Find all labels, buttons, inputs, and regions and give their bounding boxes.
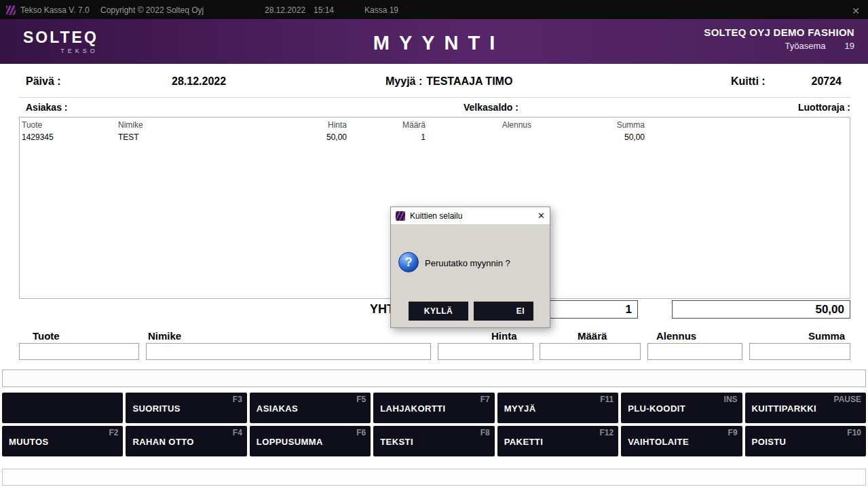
col-header-nimike: Nimike <box>116 119 252 131</box>
date-value: 28.12.2022 <box>172 75 226 88</box>
fk-blank <box>2 393 123 423</box>
summa-input[interactable] <box>749 343 850 360</box>
fk-key: F4 <box>233 428 242 437</box>
fk-label: LOPPUSUMMA <box>257 436 323 446</box>
fk-key: PAUSE <box>834 395 861 404</box>
store-info: SOLTEQ OYJ DEMO FASHION Työasema19 <box>704 26 854 51</box>
cell-summa: 50,00 <box>533 131 647 143</box>
fk-key: F2 <box>109 428 118 437</box>
titlebar-time: 15:14 <box>314 5 334 15</box>
cell-tuote: 1429345 <box>20 131 116 143</box>
fk-suoritus[interactable]: SUORITUS F3 <box>126 393 246 423</box>
col-header-filler <box>647 119 850 131</box>
seller-value: TESTAAJA TIMO <box>426 75 512 87</box>
customer-label: Asiakas : <box>26 102 67 113</box>
close-icon[interactable]: ✕ <box>852 5 860 16</box>
fk-label: PLU-KOODIT <box>628 403 685 413</box>
cell-maara: 1 <box>349 131 428 143</box>
nimike-input[interactable] <box>146 343 431 360</box>
fk-label: TEKSTI <box>380 436 413 446</box>
header-bar: SOLTEQ TEKSO MYYNTI SOLTEQ OYJ DEMO FASH… <box>0 19 868 64</box>
receipt-label: Kuitti : <box>731 75 766 88</box>
fk-asiakas[interactable]: ASIAKAS F5 <box>250 393 371 423</box>
fk-teksti[interactable]: TEKSTI F8 <box>373 426 494 456</box>
fk-key: F8 <box>480 428 490 437</box>
hinta-input[interactable] <box>438 343 533 360</box>
fk-key: F10 <box>847 428 861 437</box>
store-name: SOLTEQ OYJ DEMO FASHION <box>704 26 854 38</box>
fk-muutos[interactable]: MUUTOS F2 <box>2 426 123 456</box>
cell-alennus <box>428 131 533 143</box>
fk-label: RAHAN OTTO <box>132 436 193 446</box>
balance-label: Velkasaldo : <box>464 102 518 113</box>
fk-paketti[interactable]: PAKETTI F12 <box>497 426 618 456</box>
workstation-label: Työasema <box>785 41 826 51</box>
titlebar-date: 28.12.2022 <box>265 5 305 15</box>
fk-plu-koodit[interactable]: PLU-KOODIT INS <box>621 393 742 423</box>
entry-label-tuote: Tuote <box>33 330 60 342</box>
fk-key: F12 <box>599 428 614 437</box>
alennus-input[interactable] <box>647 343 742 360</box>
info-divider <box>19 97 850 98</box>
fk-myyja[interactable]: MYYJÄ F11 <box>497 393 618 423</box>
fk-kuittiparkki[interactable]: KUITTIPARKKI PAUSE <box>745 393 866 423</box>
maara-input[interactable] <box>540 343 641 360</box>
receipt-number: 20724 <box>812 75 842 88</box>
window-titlebar: Tekso Kassa V. 7.0 Copyright © 2022 Solt… <box>0 0 868 19</box>
fk-label: KUITTIPARKKI <box>752 403 817 413</box>
table-header-row: Tuote Nimike Hinta Määrä Alennus Summa <box>20 119 850 131</box>
workstation-number: 19 <box>845 41 854 51</box>
entry-label-alennus: Alennus <box>656 330 696 342</box>
fk-key: F7 <box>480 395 490 404</box>
question-icon: ? <box>398 252 419 272</box>
dialog-close-icon[interactable]: ✕ <box>537 211 545 221</box>
col-header-tuote: Tuote <box>20 119 116 131</box>
command-input[interactable] <box>2 369 866 387</box>
dialog-message: Peruutatko myynnin ? <box>425 258 510 268</box>
col-header-hinta: Hinta <box>252 119 349 131</box>
titlebar-register: Kassa 19 <box>364 5 398 15</box>
function-key-grid: SUORITUS F3 ASIAKAS F5 LAHJAKORTTI F7 MY… <box>2 393 866 456</box>
copyright-text: Copyright © 2022 Solteq Oyj <box>100 5 204 15</box>
entry-label-nimike: Nimike <box>148 330 181 342</box>
fk-label: LAHJAKORTTI <box>380 403 445 413</box>
app-title: Tekso Kassa V. 7.0 <box>20 5 90 15</box>
entry-label-summa: Summa <box>808 330 845 342</box>
no-button-label: EI <box>516 306 525 316</box>
dialog-body: ? Peruutatko myynnin ? KYLLÄ EI <box>391 224 550 327</box>
col-header-alennus: Alennus <box>428 119 533 131</box>
cell-hinta: 50,00 <box>252 131 349 143</box>
fk-key: F11 <box>600 395 614 404</box>
fk-key: F3 <box>233 395 242 404</box>
credit-label: Luottoraja : <box>798 102 850 113</box>
fk-rahan-otto[interactable]: RAHAN OTTO F4 <box>126 426 246 456</box>
message-bar <box>2 469 866 486</box>
yes-button[interactable]: KYLLÄ <box>409 302 468 321</box>
fk-lahjakortti[interactable]: LAHJAKORTTI F7 <box>373 393 494 423</box>
fk-label: MUUTOS <box>9 436 49 446</box>
dialog-titlebar: Kuittien selailu ✕ <box>391 207 550 224</box>
workstation-info: Työasema19 <box>704 41 854 51</box>
date-label: Päivä : <box>26 75 61 88</box>
cell-nimike: TEST <box>116 131 252 143</box>
tuote-input[interactable] <box>19 343 139 360</box>
fk-loppusumma[interactable]: LOPPUSUMMA F6 <box>250 426 371 456</box>
seller-info: Myyjä :TESTAAJA TIMO <box>385 75 512 88</box>
fk-vaihtolaite[interactable]: VAIHTOLAITE F9 <box>621 426 742 456</box>
fk-label: ASIAKAS <box>257 403 298 413</box>
fk-key: F5 <box>356 395 366 404</box>
entry-label-maara: Määrä <box>578 330 607 342</box>
fk-poistu[interactable]: POISTU F10 <box>745 426 866 456</box>
app-icon <box>6 5 16 15</box>
fk-key: F6 <box>356 428 366 437</box>
fk-label: POISTU <box>752 436 787 446</box>
dialog-title: Kuittien selailu <box>410 211 462 221</box>
confirm-dialog: Kuittien selailu ✕ ? Peruutatko myynnin … <box>390 206 550 328</box>
fk-label: MYYJÄ <box>504 403 536 413</box>
tekso-kassa-window: Tekso Kassa V. 7.0 Copyright © 2022 Solt… <box>0 0 868 487</box>
yes-button-label: KYLLÄ <box>424 306 453 316</box>
fk-label: PAKETTI <box>504 436 543 446</box>
fk-key: F9 <box>728 428 738 437</box>
no-button[interactable]: EI <box>474 302 533 321</box>
table-row[interactable]: 1429345 TEST 50,00 1 50,00 <box>20 131 850 143</box>
